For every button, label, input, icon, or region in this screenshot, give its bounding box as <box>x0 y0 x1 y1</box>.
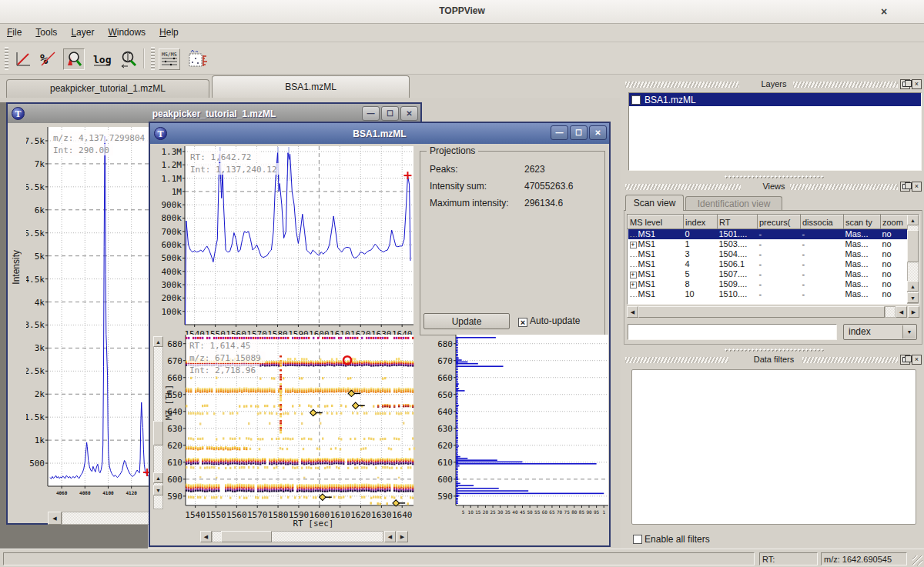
toolbar-handle[interactable] <box>5 47 8 70</box>
scan-table-vscroll-up2[interactable]: ▲ <box>907 281 919 292</box>
window2-titlebar[interactable]: T BSA1.mzML — ☐ ✕ <box>150 123 609 144</box>
window2-minimize-button[interactable]: — <box>551 125 568 140</box>
heatmap-hscroll-left2-button[interactable]: ◀ <box>384 531 396 542</box>
svg-text:670: 670 <box>167 356 182 366</box>
window1-titlebar[interactable]: T peakpicker_tutorial_1.mzML — ☐ ✕ <box>8 104 420 123</box>
tab-peakpicker-tutorial[interactable]: peakpicker_tutorial_1.mzML <box>6 79 209 98</box>
menu-layer[interactable]: Layer <box>64 24 101 38</box>
views-float-button[interactable] <box>900 182 910 192</box>
autoupdate-row[interactable]: × Auto-update <box>518 315 580 327</box>
window2-close-button[interactable]: ✕ <box>589 125 607 140</box>
column-header-ms-level[interactable]: MS level <box>628 215 684 229</box>
column-header-index[interactable]: index <box>684 215 718 229</box>
scan-table-vscroll-down[interactable]: ▼ <box>907 292 919 303</box>
zoom-y-button[interactable] <box>117 48 139 70</box>
toolbar-handle-2[interactable] <box>151 47 155 70</box>
app-close-button[interactable]: × <box>876 4 892 19</box>
log-intensity-button[interactable]: log <box>91 48 112 70</box>
enable-filters-checkbox[interactable] <box>633 535 642 544</box>
table-row[interactable]: MS101501....--Mas...no <box>628 229 912 239</box>
window2-maximize-button[interactable]: ☐ <box>570 125 588 140</box>
tree-expand-icon[interactable]: + <box>630 242 637 248</box>
column-header-rt[interactable]: RT <box>718 215 758 229</box>
tab-identification-view[interactable]: Identification view <box>685 196 782 211</box>
scan-table-hscroll-left[interactable]: ◀ <box>627 306 638 318</box>
tree-expand-icon[interactable]: + <box>630 282 637 289</box>
table-row[interactable]: MS131504....--Mas...no <box>628 249 912 259</box>
toppview-application: TOPPView × FileToolsLayerWindowsHelp % l… <box>0 0 924 567</box>
scan-table-hscroll-track[interactable] <box>885 306 896 318</box>
scan-table[interactable]: MS levelindexRTprecurs(dissociascan tyzo… <box>628 215 912 299</box>
heatmap-hscroll-right-button[interactable]: ▶ <box>397 531 408 542</box>
column-header-precurs-[interactable]: precurs( <box>758 215 801 229</box>
tree-expand-icon[interactable]: + <box>630 272 637 278</box>
tab-bsa1[interactable]: BSA1.mzML <box>212 75 410 98</box>
heatmap-vscroll-thumb[interactable] <box>153 421 163 445</box>
rt-projection-canvas[interactable]: 100k200k300k400k500k600k700k800k900k1M1.… <box>157 146 418 337</box>
table-row[interactable]: +MS111503....--Mas...no <box>628 239 912 249</box>
window1-maximize-button[interactable]: ☐ <box>381 106 399 121</box>
scan-filter-input[interactable] <box>628 324 837 340</box>
filters-dock-header[interactable]: Data filters × <box>625 355 922 365</box>
tab-scan-view[interactable]: Scan view <box>625 195 684 211</box>
column-header-dissocia[interactable]: dissocia <box>801 215 844 229</box>
svg-text:1k: 1k <box>35 435 45 445</box>
layer-visibility-checkbox[interactable]: × <box>631 95 641 105</box>
svg-text:45: 45 <box>520 509 526 515</box>
data-filters-list[interactable] <box>631 369 916 525</box>
views-close-button[interactable]: × <box>912 182 922 192</box>
table-row[interactable]: +MS181509....--Mas...no <box>628 279 912 289</box>
window1-hscroll-left-button[interactable]: ◀ <box>48 512 62 525</box>
scan-table-vscroll-up[interactable]: ▲ <box>907 215 919 225</box>
filters-float-button[interactable] <box>900 355 910 365</box>
scan-table-vscroll-thumb[interactable] <box>907 230 919 262</box>
heatmap-hscroll-left-button[interactable]: ◀ <box>200 531 212 542</box>
scan-table-hscroll-right[interactable]: ▶ <box>908 306 919 318</box>
heatmap-hscroll-thumb[interactable] <box>221 531 272 542</box>
projections-button[interactable] <box>188 48 209 70</box>
autoupdate-checkbox[interactable]: × <box>518 318 527 327</box>
zoom-mode-button[interactable] <box>63 48 85 70</box>
menu-file[interactable]: File <box>0 24 28 38</box>
msms-precursor-button[interactable]: MS/MS <box>159 48 180 70</box>
update-button[interactable]: Update <box>424 313 510 329</box>
views-dock-header[interactable]: Views × <box>625 182 922 192</box>
scan-table-hscroll-thumb[interactable] <box>638 306 885 318</box>
table-row[interactable]: MS1101510....--Mas...no <box>628 289 912 299</box>
heatmap-vscroll-up-button[interactable]: ▲ <box>153 336 163 347</box>
svg-text:40: 40 <box>512 509 518 515</box>
table-row[interactable]: +MS151507....--Mas...no <box>628 269 912 279</box>
menu-tools[interactable]: Tools <box>28 24 64 38</box>
reset-zoom-button[interactable] <box>12 48 34 70</box>
peaks-value: 2623 <box>524 164 545 175</box>
menu-bar: FileToolsLayerWindowsHelp <box>0 24 924 42</box>
layer-item-bsa1[interactable]: × BSA1.mzML <box>629 93 921 106</box>
svg-text:1570: 1570 <box>247 510 268 518</box>
layers-dock-title: Layers <box>625 79 922 88</box>
window1-close-button[interactable]: ✕ <box>400 106 418 121</box>
window-bsa1[interactable]: T BSA1.mzML — ☐ ✕ 100k200k300k400k500k60… <box>149 122 611 547</box>
svg-text:1.1M: 1.1M <box>162 174 182 184</box>
menu-windows[interactable]: Windows <box>101 24 152 38</box>
dock-splitter-1[interactable] <box>724 175 824 178</box>
dock-splitter-2[interactable] <box>724 348 824 352</box>
table-row[interactable]: MS141506.1--Mas...no <box>628 259 912 269</box>
filters-close-button[interactable]: × <box>912 355 922 365</box>
heatmap-vscroll-up2-button[interactable]: ▲ <box>153 472 163 483</box>
menu-help[interactable]: Help <box>152 24 186 38</box>
intensity-percentage-button[interactable]: % <box>37 48 59 70</box>
layers-list[interactable]: × BSA1.mzML <box>628 92 922 171</box>
mz-projection-canvas[interactable]: 5906006106206306406506606706805101520253… <box>437 335 613 518</box>
scan-table-hscroll-left2[interactable]: ◀ <box>896 306 907 318</box>
layers-close-button[interactable]: × <box>912 79 922 89</box>
column-header-scan-ty[interactable]: scan ty <box>844 215 881 229</box>
enable-filters-row[interactable]: Enable all filters <box>633 534 710 545</box>
scan-filter-column-combo[interactable]: index ▼ <box>843 324 917 340</box>
heatmap-2d-canvas[interactable]: 5906006106206306406506606706801540155015… <box>164 335 418 518</box>
layers-dock-header[interactable]: Layers × <box>625 79 922 90</box>
heatmap-vscroll-down-button[interactable]: ▼ <box>153 485 163 495</box>
window1-minimize-button[interactable]: — <box>362 106 380 121</box>
layers-float-button[interactable] <box>900 79 910 89</box>
resize-grip[interactable] <box>912 555 922 565</box>
svg-text:MS/MS: MS/MS <box>162 52 177 58</box>
